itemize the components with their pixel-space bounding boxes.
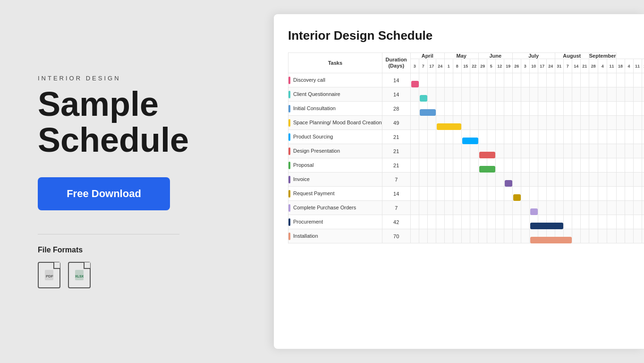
gantt-cell [529, 215, 538, 229]
gantt-cell [495, 73, 504, 87]
table-row: Discovery call14 [288, 73, 644, 87]
gantt-cell [616, 173, 625, 187]
table-row: Product Sourcing21 [288, 130, 644, 144]
gantt-cell [580, 187, 589, 201]
day-header: 3 [410, 59, 419, 73]
gantt-cell [410, 201, 419, 215]
gantt-cell [521, 201, 529, 215]
day-header: 15 [461, 59, 470, 73]
gantt-bar [530, 208, 538, 215]
gantt-cell [616, 130, 625, 144]
gantt-cell [444, 144, 453, 158]
gantt-cell [529, 229, 538, 243]
gantt-cell [555, 158, 563, 173]
gantt-cell [607, 87, 616, 102]
gantt-cell [453, 158, 461, 173]
table-row: Complete Purchase Orders7 [288, 201, 644, 215]
gantt-cell [495, 187, 504, 201]
free-download-button[interactable]: Free Download [38, 177, 170, 210]
gantt-cell [427, 144, 436, 158]
gantt-cell [563, 173, 572, 187]
gantt-cell [436, 102, 444, 116]
task-name-cell: Design Presentation [288, 144, 382, 158]
gantt-cell [470, 116, 478, 130]
task-name-cell: Complete Purchase Orders [288, 201, 382, 215]
gantt-cell [633, 187, 642, 201]
gantt-container[interactable]: TasksDuration(Days)AprilMayJuneJulyAugus… [288, 52, 644, 339]
gantt-cell [461, 130, 470, 144]
gantt-cell [546, 144, 555, 158]
gantt-cell [453, 215, 461, 229]
gantt-cell [478, 87, 487, 102]
gantt-cell [478, 102, 487, 116]
gantt-cell [598, 102, 607, 116]
gantt-cell [478, 144, 487, 158]
gantt-cell [625, 73, 633, 87]
gantt-cell [436, 87, 444, 102]
gantt-cell [607, 102, 616, 116]
gantt-cell [512, 130, 521, 144]
gantt-cell [487, 229, 495, 243]
task-name-text: Procurement [293, 218, 323, 224]
gantt-table: TasksDuration(Days)AprilMayJuneJulyAugus… [288, 52, 644, 243]
gantt-cell [427, 229, 436, 243]
gantt-cell [444, 187, 453, 201]
task-color-indicator [288, 162, 290, 169]
gantt-cell [521, 87, 529, 102]
day-header: 22 [470, 59, 478, 73]
gantt-cell [436, 158, 444, 173]
gantt-cell [607, 116, 616, 130]
gantt-cell [504, 73, 512, 87]
gantt-cell [546, 87, 555, 102]
gantt-cell [589, 73, 598, 87]
gantt-cell [453, 102, 461, 116]
gantt-cell [495, 130, 504, 144]
day-header: 31 [555, 59, 563, 73]
gantt-cell [607, 73, 616, 87]
gantt-cell [419, 173, 427, 187]
gantt-cell [470, 144, 478, 158]
file-icons: PDF XLSX [38, 262, 236, 288]
gantt-cell [410, 187, 419, 201]
gantt-cell [616, 187, 625, 201]
gantt-cell [436, 116, 444, 130]
gantt-cell [616, 158, 625, 173]
gantt-cell [461, 229, 470, 243]
gantt-cell [521, 73, 529, 87]
subtitle: INTERIOR DESIGN [38, 75, 236, 82]
gantt-cell [521, 102, 529, 116]
day-header: 18 [642, 59, 644, 73]
day-header: 24 [546, 59, 555, 73]
gantt-cell [427, 116, 436, 130]
day-header: 28 [589, 59, 598, 73]
gantt-cell [642, 215, 644, 229]
gantt-cell [512, 158, 521, 173]
gantt-cell [495, 173, 504, 187]
gantt-cell [410, 215, 419, 229]
gantt-cell [504, 173, 512, 187]
gantt-cell [512, 87, 521, 102]
gantt-cell [453, 201, 461, 215]
gantt-cell [633, 173, 642, 187]
gantt-cell [589, 187, 598, 201]
gantt-cell [453, 229, 461, 243]
day-header: 24 [436, 59, 444, 73]
gantt-cell [580, 144, 589, 158]
gantt-cell [538, 130, 546, 144]
gantt-cell [512, 116, 521, 130]
gantt-cell [427, 158, 436, 173]
gantt-cell [444, 215, 453, 229]
gantt-cell [436, 73, 444, 87]
left-panel: INTERIOR DESIGN Sample Schedule Free Dow… [0, 0, 274, 363]
divider [38, 234, 179, 234]
duration-cell: 21 [382, 130, 410, 144]
gantt-cell [607, 158, 616, 173]
gantt-cell [538, 158, 546, 173]
gantt-cell [598, 173, 607, 187]
gantt-cell [436, 187, 444, 201]
gantt-cell [598, 116, 607, 130]
gantt-cell [495, 116, 504, 130]
gantt-cell [546, 187, 555, 201]
gantt-cell [589, 215, 598, 229]
gantt-cell [478, 116, 487, 130]
